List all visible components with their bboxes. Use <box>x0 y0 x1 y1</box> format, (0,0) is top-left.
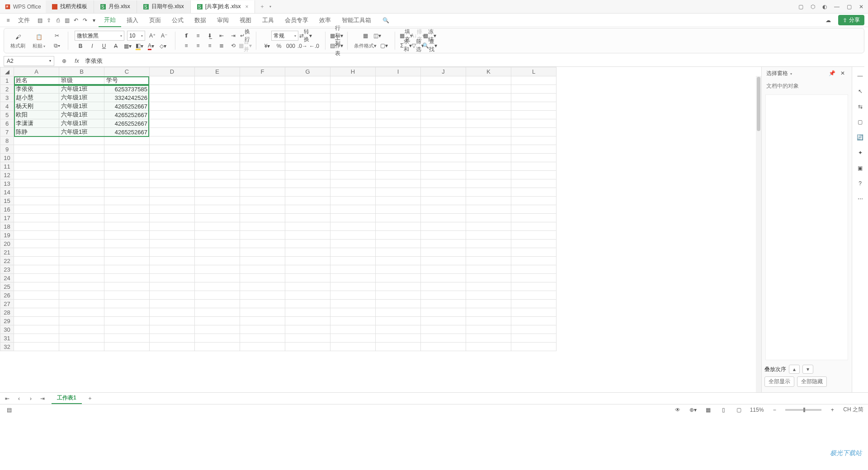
cell-K31[interactable] <box>466 334 511 343</box>
cell-D4[interactable] <box>150 102 195 111</box>
row-header-13[interactable]: 13 <box>0 179 14 188</box>
cell-K17[interactable] <box>466 214 511 222</box>
menu-file[interactable]: 文件 <box>13 14 35 27</box>
cell-H13[interactable] <box>330 179 376 188</box>
cell-I1[interactable] <box>376 76 421 85</box>
cell-C3[interactable]: 3324242526 <box>104 94 150 102</box>
cell-A3[interactable]: 赵小慧 <box>14 94 59 102</box>
tab-list-caret[interactable]: ▾ <box>269 5 271 9</box>
cell-K18[interactable] <box>466 222 511 231</box>
cell-K32[interactable] <box>466 343 511 351</box>
cell-F16[interactable] <box>240 205 285 214</box>
align-center-icon[interactable]: ≡ <box>193 41 203 50</box>
cell-A2[interactable]: 李依依 <box>14 85 59 94</box>
cell-D25[interactable] <box>150 282 195 291</box>
font-size-select[interactable]: 10▾ <box>127 31 145 41</box>
cell-L6[interactable] <box>511 119 557 128</box>
convert-button[interactable]: ⇄ 转换▾ <box>301 31 310 40</box>
cell-A4[interactable]: 杨天刚 <box>14 102 59 111</box>
cell-J22[interactable] <box>421 257 466 265</box>
cell-I9[interactable] <box>376 145 421 154</box>
underline-button[interactable]: U <box>99 42 108 51</box>
cell-A11[interactable] <box>14 162 59 171</box>
save-icon[interactable]: ▤ <box>35 16 44 25</box>
cell-J31[interactable] <box>421 334 466 343</box>
cell-J11[interactable] <box>421 162 466 171</box>
cell-H3[interactable] <box>330 94 376 102</box>
cell-G21[interactable] <box>285 248 330 257</box>
rail-icon-4[interactable]: ✦ <box>856 148 865 157</box>
cell-I28[interactable] <box>376 308 421 317</box>
format-icon[interactable]: ▢▾ <box>379 41 388 50</box>
cell-J20[interactable] <box>421 240 466 248</box>
cell-C28[interactable] <box>104 308 150 317</box>
cell-E5[interactable] <box>195 111 240 119</box>
row-header-14[interactable]: 14 <box>0 188 14 197</box>
print-icon[interactable]: ⎙ <box>53 16 62 25</box>
cell-D21[interactable] <box>150 248 195 257</box>
col-header-B[interactable]: B <box>59 67 104 76</box>
cell-G16[interactable] <box>285 205 330 214</box>
cell-H1[interactable] <box>330 76 376 85</box>
cell-G18[interactable] <box>285 222 330 231</box>
row-header-4[interactable]: 4 <box>0 102 14 111</box>
cell-C29[interactable] <box>104 317 150 325</box>
table-style-icon[interactable]: ▦ <box>361 31 370 40</box>
cell-I27[interactable] <box>376 300 421 308</box>
cell-K13[interactable] <box>466 179 511 188</box>
cell-J5[interactable] <box>421 111 466 119</box>
cell-A14[interactable] <box>14 188 59 197</box>
minimize-button[interactable]: — <box>834 4 840 10</box>
row-header-22[interactable]: 22 <box>0 257 14 265</box>
cell-G23[interactable] <box>285 265 330 274</box>
align-left-icon[interactable]: ≡ <box>182 41 191 50</box>
row-header-31[interactable]: 31 <box>0 334 14 343</box>
cell-H19[interactable] <box>330 231 376 240</box>
cell-H5[interactable] <box>330 111 376 119</box>
cell-F20[interactable] <box>240 240 285 248</box>
cell-A7[interactable]: 陈静 <box>14 128 59 136</box>
cell-K29[interactable] <box>466 317 511 325</box>
align-justify-icon[interactable]: ≣ <box>217 41 226 50</box>
cell-A8[interactable] <box>14 136 59 145</box>
cell-F21[interactable] <box>240 248 285 257</box>
cell-K4[interactable] <box>466 102 511 111</box>
cell-A28[interactable] <box>14 308 59 317</box>
cell-J6[interactable] <box>421 119 466 128</box>
ribbon-start[interactable]: 开始 <box>99 14 121 27</box>
ribbon-efficiency[interactable]: 效率 <box>314 14 336 27</box>
cell-A15[interactable] <box>14 197 59 205</box>
cell-C23[interactable] <box>104 265 150 274</box>
cell-J8[interactable] <box>421 136 466 145</box>
cell-B15[interactable] <box>59 197 104 205</box>
cell-D24[interactable] <box>150 274 195 282</box>
cell-E9[interactable] <box>195 145 240 154</box>
cell-E18[interactable] <box>195 222 240 231</box>
cell-H10[interactable] <box>330 154 376 162</box>
cell-F4[interactable] <box>240 102 285 111</box>
cell-C17[interactable] <box>104 214 150 222</box>
cell-L20[interactable] <box>511 240 557 248</box>
decimal-dec-icon[interactable]: ←.0 <box>310 42 319 51</box>
close-button[interactable]: ✕ <box>859 4 863 10</box>
find-button[interactable]: 🔍 查找▾ <box>425 41 434 50</box>
select-icon[interactable]: ↖ <box>856 87 865 96</box>
cell-L11[interactable] <box>511 162 557 171</box>
zoom-fx-icon[interactable]: ⊕ <box>60 56 69 66</box>
cell-H32[interactable] <box>330 343 376 351</box>
row-header-29[interactable]: 29 <box>0 317 14 325</box>
cell-G28[interactable] <box>285 308 330 317</box>
increase-font-icon[interactable]: A⁺ <box>148 31 157 40</box>
cell-J12[interactable] <box>421 171 466 179</box>
cell-F10[interactable] <box>240 154 285 162</box>
cell-B7[interactable]: 六年级1班 <box>59 128 104 136</box>
cell-C2[interactable]: 6253737585 <box>104 85 150 94</box>
cell-E29[interactable] <box>195 317 240 325</box>
name-box[interactable]: A2 ▾ <box>4 56 54 66</box>
cell-B28[interactable] <box>59 308 104 317</box>
cell-F26[interactable] <box>240 291 285 300</box>
cell-F1[interactable] <box>240 76 285 85</box>
history-caret[interactable]: ▾ <box>90 16 99 25</box>
sheet-tab-1[interactable]: 工作表1 <box>52 393 82 404</box>
row-header-20[interactable]: 20 <box>0 240 14 248</box>
